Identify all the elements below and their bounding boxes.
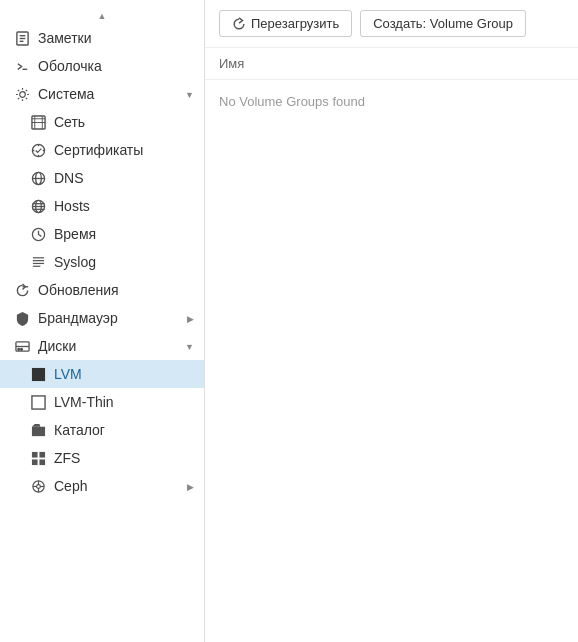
sidebar: Заметки Оболочка Система Се: [0, 0, 205, 642]
shell-icon: [14, 58, 30, 74]
sidebar-item-certs[interactable]: Сертификаты: [0, 136, 204, 164]
system-chevron-icon: [185, 89, 194, 100]
hosts-icon: [30, 198, 46, 214]
toolbar: Перезагрузить Создать: Volume Group: [205, 0, 578, 48]
sidebar-item-lvm-thin[interactable]: LVM-Thin: [0, 388, 204, 416]
sidebar-item-shell[interactable]: Оболочка: [0, 52, 204, 80]
time-icon: [30, 226, 46, 242]
disks-icon: [14, 338, 30, 354]
empty-message: No Volume Groups found: [205, 80, 578, 123]
sidebar-item-time-label: Время: [54, 226, 194, 242]
svg-rect-28: [31, 367, 44, 380]
sidebar-item-syslog[interactable]: Syslog: [0, 248, 204, 276]
svg-point-5: [19, 91, 25, 97]
sidebar-item-updates[interactable]: Обновления: [0, 276, 204, 304]
dns-icon: [30, 170, 46, 186]
svg-point-26: [17, 348, 19, 350]
sidebar-item-shell-label: Оболочка: [38, 58, 194, 74]
ceph-icon: [30, 478, 46, 494]
svg-rect-29: [31, 395, 44, 408]
sidebar-item-zfs-label: ZFS: [54, 450, 194, 466]
reload-button[interactable]: Перезагрузить: [219, 10, 352, 37]
sidebar-item-zfs[interactable]: ZFS: [0, 444, 204, 472]
sidebar-item-lvm[interactable]: LVM: [0, 360, 204, 388]
sidebar-item-system[interactable]: Система: [0, 80, 204, 108]
sidebar-item-updates-label: Обновления: [38, 282, 194, 298]
system-icon: [14, 86, 30, 102]
zfs-icon: [30, 450, 46, 466]
sidebar-item-hosts[interactable]: Hosts: [0, 192, 204, 220]
sidebar-item-dns[interactable]: DNS: [0, 164, 204, 192]
sidebar-item-disks[interactable]: Диски: [0, 332, 204, 360]
ceph-chevron-icon: [187, 481, 194, 492]
sidebar-item-firewall[interactable]: Брандмауэр: [0, 304, 204, 332]
sidebar-item-time[interactable]: Время: [0, 220, 204, 248]
sidebar-item-ceph[interactable]: Ceph: [0, 472, 204, 500]
sidebar-item-lvm-label: LVM: [54, 366, 194, 382]
disks-chevron-icon: [185, 341, 194, 352]
sidebar-item-disks-label: Диски: [38, 338, 177, 354]
certs-icon: [30, 142, 46, 158]
sidebar-item-syslog-label: Syslog: [54, 254, 194, 270]
network-icon: [30, 114, 46, 130]
sidebar-item-firewall-label: Брандмауэр: [38, 310, 179, 326]
sidebar-item-notes-label: Заметки: [38, 30, 194, 46]
notes-icon: [14, 30, 30, 46]
create-label: Создать: Volume Group: [373, 16, 513, 31]
sidebar-item-catalog[interactable]: Каталог: [0, 416, 204, 444]
lvm-icon: [30, 366, 46, 382]
reload-icon: [232, 17, 246, 31]
sidebar-item-catalog-label: Каталог: [54, 422, 194, 438]
svg-rect-30: [31, 451, 37, 457]
sidebar-item-network[interactable]: Сеть: [0, 108, 204, 136]
sidebar-item-ceph-label: Ceph: [54, 478, 179, 494]
sidebar-item-hosts-label: Hosts: [54, 198, 194, 214]
firewall-icon: [14, 310, 30, 326]
main-content: Перезагрузить Создать: Volume Group Имя …: [205, 0, 578, 642]
sidebar-item-notes[interactable]: Заметки: [0, 24, 204, 52]
firewall-chevron-icon: [187, 313, 194, 324]
svg-rect-31: [39, 451, 45, 457]
lvm-thin-icon: [30, 394, 46, 410]
sidebar-item-dns-label: DNS: [54, 170, 194, 186]
chevron-up-icon: [98, 6, 107, 22]
catalog-icon: [30, 422, 46, 438]
content-area: Имя No Volume Groups found: [205, 48, 578, 642]
svg-rect-32: [31, 459, 37, 465]
sidebar-item-network-label: Сеть: [54, 114, 194, 130]
svg-rect-33: [39, 459, 45, 465]
sidebar-item-system-label: Система: [38, 86, 177, 102]
column-name-header: Имя: [205, 48, 578, 80]
sidebar-scroll-up[interactable]: [0, 4, 204, 24]
reload-label: Перезагрузить: [251, 16, 339, 31]
create-button[interactable]: Создать: Volume Group: [360, 10, 526, 37]
syslog-icon: [30, 254, 46, 270]
sidebar-item-lvm-thin-label: LVM-Thin: [54, 394, 194, 410]
sidebar-item-certs-label: Сертификаты: [54, 142, 194, 158]
updates-icon: [14, 282, 30, 298]
svg-point-34: [36, 484, 40, 488]
svg-point-27: [20, 348, 22, 350]
